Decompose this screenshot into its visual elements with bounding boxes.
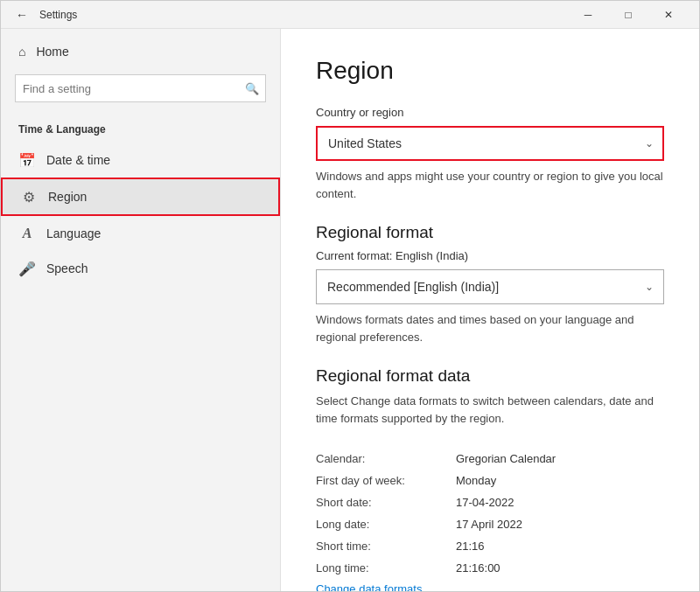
main-panel: Region Country or region United States ⌄…: [281, 29, 699, 591]
sidebar: ⌂ Home 🔍 Time & Language 📅 Date & time ⚙…: [1, 29, 281, 591]
format-value: Recommended [English (India)]: [327, 280, 499, 294]
sidebar-item-region[interactable]: ⚙ Region: [1, 178, 280, 216]
format-data-table: Calendar:Gregorian CalendarFirst day of …: [316, 448, 664, 579]
maximize-button[interactable]: □: [608, 1, 648, 29]
titlebar: ← Settings ─ □ ✕: [1, 1, 699, 29]
settings-window: ← Settings ─ □ ✕ ⌂ Home 🔍 T: [0, 0, 700, 592]
regional-format-section: Regional format Current format: English …: [316, 223, 664, 345]
home-icon: ⌂: [18, 45, 25, 59]
sidebar-item-speech[interactable]: 🎤 Speech: [1, 251, 280, 286]
regional-format-data-heading: Regional format data: [316, 366, 664, 386]
main-layout: ⌂ Home 🔍 Time & Language 📅 Date & time ⚙…: [1, 29, 699, 591]
row-label: Short date:: [316, 496, 456, 509]
table-row: Long date:17 April 2022: [316, 513, 664, 535]
row-label: Long date:: [316, 518, 456, 531]
microphone-icon: 🎤: [18, 260, 36, 277]
sidebar-item-label: Region: [48, 190, 87, 204]
minimize-button[interactable]: ─: [568, 1, 608, 29]
row-label: Calendar:: [316, 452, 456, 465]
country-description: Windows and apps might use your country …: [316, 168, 664, 202]
country-label: Country or region: [316, 106, 664, 119]
table-row: Long time:21:16:00: [316, 557, 664, 579]
row-value: Monday: [456, 474, 496, 487]
sidebar-item-label: Speech: [46, 261, 88, 275]
close-button[interactable]: ✕: [648, 1, 689, 29]
country-section: Country or region United States ⌄ Window…: [316, 106, 664, 202]
change-formats-link[interactable]: Change data formats: [316, 582, 422, 591]
sidebar-item-home[interactable]: ⌂ Home: [1, 36, 280, 67]
country-dropdown-wrapper: United States ⌄: [316, 126, 664, 161]
row-value: 21:16: [456, 540, 485, 553]
regional-format-data-section: Regional format data Select Change data …: [316, 366, 664, 591]
row-value: Gregorian Calendar: [456, 452, 556, 465]
format-data-description: Select Change data formats to switch bet…: [316, 393, 664, 427]
sidebar-section-title: Time & Language: [1, 109, 280, 143]
calendar-icon: 📅: [18, 151, 36, 169]
format-description: Windows formats dates and times based on…: [316, 311, 664, 345]
sidebar-item-label: Date & time: [46, 153, 110, 167]
window-controls: ─ □ ✕: [568, 1, 689, 29]
sidebar-item-label: Language: [46, 226, 101, 240]
regional-format-heading: Regional format: [316, 223, 664, 242]
table-row: Calendar:Gregorian Calendar: [316, 448, 664, 470]
current-format-label: Current format: English (India): [316, 249, 664, 262]
sidebar-home-label: Home: [36, 45, 68, 59]
format-dropdown[interactable]: Recommended [English (India)]: [316, 269, 664, 304]
country-value: United States: [328, 136, 402, 150]
row-value: 21:16:00: [456, 561, 500, 575]
row-label: Long time:: [316, 561, 456, 575]
country-dropdown[interactable]: United States: [316, 126, 664, 161]
row-value: 17-04-2022: [456, 496, 514, 509]
row-label: First day of week:: [316, 474, 456, 487]
page-title: Region: [316, 57, 664, 85]
search-input[interactable]: [15, 74, 266, 102]
gear-icon: ⚙: [20, 188, 38, 205]
back-button[interactable]: ←: [11, 4, 32, 25]
table-row: First day of week:Monday: [316, 470, 664, 491]
row-value: 17 April 2022: [456, 518, 522, 531]
row-label: Short time:: [316, 540, 456, 553]
format-dropdown-wrapper: Recommended [English (India)] ⌄: [316, 269, 664, 304]
language-icon: A: [18, 225, 36, 242]
window-title: Settings: [39, 9, 77, 21]
search-container: 🔍: [15, 74, 266, 102]
sidebar-item-language[interactable]: A Language: [1, 216, 280, 251]
sidebar-item-date-time[interactable]: 📅 Date & time: [1, 143, 280, 178]
table-row: Short date:17-04-2022: [316, 491, 664, 513]
table-row: Short time:21:16: [316, 535, 664, 557]
